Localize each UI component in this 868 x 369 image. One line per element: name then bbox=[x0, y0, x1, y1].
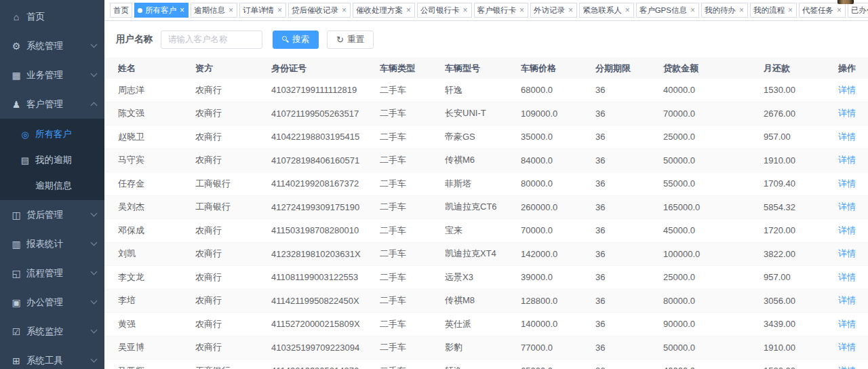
sidebar-subitem-所有客户[interactable]: ◎所有客户 bbox=[0, 121, 104, 147]
process-icon: ◱ bbox=[9, 268, 23, 279]
sidebar-item-首页[interactable]: ⌂首页 bbox=[0, 2, 104, 31]
cell-term: 36 bbox=[595, 225, 663, 235]
detail-link[interactable]: 详情 bbox=[838, 225, 856, 237]
cell-name: 刘凯 bbox=[118, 248, 195, 260]
cell-price: 70000.0 bbox=[521, 225, 595, 235]
cell-term: 36 bbox=[595, 109, 663, 119]
tab-我的流程[interactable]: 我的流程× bbox=[750, 3, 797, 18]
sidebar-item-系统工具[interactable]: ⊞系统工具 bbox=[0, 346, 104, 369]
tab-紧急联系人[interactable]: 紧急联系人× bbox=[579, 3, 634, 18]
detail-link[interactable]: 详情 bbox=[838, 131, 856, 143]
tab-首页[interactable]: 首页 bbox=[110, 3, 132, 18]
cell-vehicle_model: 传祺M8 bbox=[445, 294, 521, 307]
close-icon[interactable]: × bbox=[341, 6, 347, 14]
close-icon[interactable]: × bbox=[277, 6, 283, 14]
cell-vehicle_type: 二手车 bbox=[380, 178, 445, 190]
table-row: 周志洋农商行410327199111112819二手车轩逸68000.03640… bbox=[104, 79, 868, 102]
my-overdue-icon: ▤ bbox=[19, 155, 31, 166]
report-icon: ▥ bbox=[9, 239, 23, 250]
tab-催收处理方案[interactable]: 催收处理方案× bbox=[353, 3, 415, 18]
tab-label: 贷后催收记录 bbox=[292, 5, 338, 16]
sidebar-item-label: 首页 bbox=[26, 11, 96, 23]
tab-外访记录[interactable]: 外访记录× bbox=[530, 3, 577, 18]
chevron-down-icon bbox=[91, 298, 98, 305]
chevron-down-icon bbox=[91, 239, 98, 246]
cell-price: 65000.0 bbox=[521, 366, 595, 369]
tab-我的待办[interactable]: 我的待办× bbox=[701, 3, 748, 18]
cell-name: 李文龙 bbox=[118, 271, 195, 284]
tab-客户GPS信息[interactable]: 客户GPS信息× bbox=[636, 3, 699, 18]
all-customers-icon: ◎ bbox=[19, 130, 31, 140]
cell-funder: 农商行 bbox=[195, 107, 271, 119]
table-row: 吴刘杰工商银行412724199309175190二手车凯迪拉克CT626000… bbox=[104, 196, 868, 220]
cell-loan: 40000.0 bbox=[663, 366, 764, 369]
cell-vehicle_model: 帝豪GS bbox=[445, 131, 521, 143]
sidebar-subitem-逾期信息[interactable]: 逾期信息 bbox=[0, 173, 104, 199]
detail-link[interactable]: 详情 bbox=[838, 294, 856, 307]
tab-公司银行卡[interactable]: 公司银行卡× bbox=[417, 3, 472, 18]
detail-link[interactable]: 详情 bbox=[838, 248, 856, 260]
close-icon[interactable]: × bbox=[625, 6, 631, 14]
close-icon[interactable]: × bbox=[462, 6, 469, 14]
cell-loan: 100000.0 bbox=[663, 249, 764, 259]
cell-monthly: 2676.00 bbox=[764, 109, 844, 119]
chevron-down-icon bbox=[91, 71, 98, 77]
tab-贷后催收记录[interactable]: 贷后催收记录× bbox=[288, 3, 351, 18]
sidebar-item-报表统计[interactable]: ▥报表统计 bbox=[0, 229, 104, 258]
cell-vehicle_type: 二手车 bbox=[380, 107, 445, 119]
tab-订单详情[interactable]: 订单详情× bbox=[239, 3, 286, 18]
search-input[interactable] bbox=[161, 31, 262, 49]
sidebar-item-贷后管理[interactable]: ◫贷后管理 bbox=[0, 200, 104, 229]
business-grid-icon: ▦ bbox=[9, 70, 23, 81]
sidebar-item-流程管理[interactable]: ◱流程管理 bbox=[0, 258, 104, 288]
close-icon[interactable]: × bbox=[228, 6, 234, 14]
detail-link[interactable]: 详情 bbox=[838, 341, 856, 353]
close-icon[interactable]: × bbox=[690, 6, 696, 14]
cell-vehicle_model: 英仕派 bbox=[445, 318, 521, 330]
cell-vehicle_type: 二手车 bbox=[380, 154, 445, 166]
search-button[interactable]: 搜索 bbox=[273, 31, 319, 49]
cell-funder: 农商行 bbox=[195, 131, 271, 143]
close-icon[interactable]: × bbox=[738, 6, 745, 14]
close-icon[interactable]: × bbox=[787, 6, 793, 14]
sidebar-item-label: 业务管理 bbox=[26, 69, 92, 81]
close-icon[interactable]: × bbox=[519, 6, 525, 14]
sidebar-item-客户管理[interactable]: ♟客户管理 bbox=[0, 90, 104, 119]
close-icon[interactable]: × bbox=[836, 6, 842, 14]
tab-label: 已办任务 bbox=[851, 5, 868, 16]
close-icon[interactable]: × bbox=[179, 6, 185, 14]
sidebar-item-系统管理[interactable]: ⚙系统管理 bbox=[0, 31, 104, 60]
cell-id_number: 410327199111112819 bbox=[271, 85, 380, 95]
close-icon[interactable]: × bbox=[568, 6, 574, 14]
tab-已办任务[interactable]: 已办任务× bbox=[848, 3, 868, 18]
detail-link[interactable]: 详情 bbox=[838, 201, 856, 213]
sidebar-item-办公管理[interactable]: ▣办公管理 bbox=[0, 288, 104, 317]
detail-link[interactable]: 详情 bbox=[838, 84, 856, 96]
cell-term: 36 bbox=[595, 272, 663, 282]
tab-所有客户[interactable]: 所有客户× bbox=[134, 3, 189, 18]
user-icon: ♟ bbox=[9, 99, 23, 110]
sidebar-item-label: 办公管理 bbox=[26, 296, 92, 309]
detail-link[interactable]: 详情 bbox=[838, 178, 856, 190]
sidebar-item-业务管理[interactable]: ▦业务管理 bbox=[0, 60, 104, 90]
avatar[interactable] bbox=[837, 0, 854, 4]
cell-name: 赵晓卫 bbox=[118, 131, 195, 143]
cell-funder: 农商行 bbox=[195, 271, 271, 284]
tab-客户银行卡[interactable]: 客户银行卡× bbox=[474, 3, 529, 18]
cell-vehicle_type: 二手车 bbox=[380, 318, 445, 330]
tab-逾期信息[interactable]: 逾期信息× bbox=[191, 3, 237, 18]
detail-link[interactable]: 详情 bbox=[838, 318, 856, 330]
close-icon[interactable]: × bbox=[406, 6, 412, 14]
tab-label: 所有客户 bbox=[145, 5, 176, 16]
detail-link[interactable]: 详情 bbox=[838, 107, 856, 119]
tab-代签任务[interactable]: 代签任务× bbox=[799, 3, 846, 18]
sidebar-subitem-我的逾期[interactable]: ▤我的逾期 bbox=[0, 147, 104, 173]
cell-monthly: 3822.00 bbox=[764, 249, 844, 259]
detail-link[interactable]: 详情 bbox=[838, 154, 856, 166]
sidebar-item-系统监控[interactable]: ☑系统监控 bbox=[0, 317, 104, 346]
detail-link[interactable]: 详情 bbox=[838, 365, 856, 369]
office-icon: ▣ bbox=[9, 297, 23, 308]
cell-monthly: 3056.00 bbox=[764, 296, 844, 306]
detail-link[interactable]: 详情 bbox=[838, 271, 856, 284]
reset-button[interactable]: ↻ 重置 bbox=[327, 31, 374, 49]
